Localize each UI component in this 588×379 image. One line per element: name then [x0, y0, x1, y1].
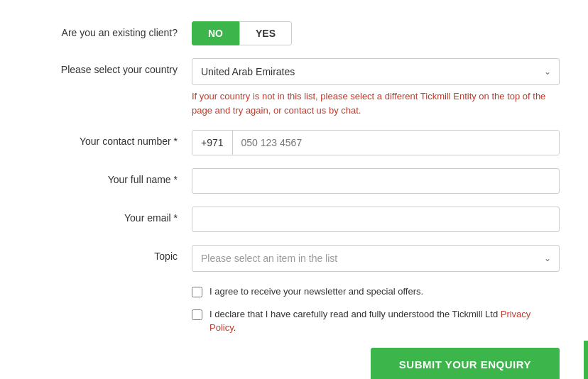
- fullname-input[interactable]: [192, 168, 560, 194]
- contact-number-field: +971: [192, 130, 560, 155]
- fullname-label: Your full name *: [28, 168, 192, 185]
- topic-select-wrapper: Please select an item in the list Genera…: [192, 245, 560, 272]
- newsletter-label: I agree to receive your newsletter and s…: [209, 285, 423, 299]
- email-input[interactable]: [192, 207, 560, 232]
- topic-field: Please select an item in the list Genera…: [192, 245, 560, 272]
- privacy-text-after: .: [234, 322, 236, 333]
- privacy-checkbox[interactable]: [192, 309, 202, 320]
- existing-client-label: Are you an existing client?: [28, 21, 192, 38]
- submit-button[interactable]: SUBMIT YOUR ENQUIRY: [371, 348, 560, 380]
- privacy-text-before: I declare that I have carefully read and…: [209, 309, 501, 319]
- newsletter-checkbox-row: I agree to receive your newsletter and s…: [192, 285, 560, 299]
- existing-client-field: NO YES: [192, 21, 560, 45]
- phone-prefix: +971: [192, 131, 233, 155]
- country-label: Please select your country: [28, 58, 192, 75]
- contact-number-label: Your contact number *: [28, 130, 192, 147]
- country-field: United Arab Emirates United States Unite…: [192, 58, 560, 117]
- existing-client-row: Are you an existing client? NO YES: [28, 21, 560, 45]
- enquiry-form: Are you an existing client? NO YES Pleas…: [0, 14, 588, 379]
- checkbox-section: I agree to receive your newsletter and s…: [192, 285, 560, 335]
- no-button[interactable]: NO: [192, 21, 239, 45]
- country-warning-text: If your country is not in this list, ple…: [192, 89, 560, 117]
- existing-client-toggle: NO YES: [192, 21, 560, 45]
- email-field: [192, 207, 560, 232]
- submit-row: SUBMIT YOUR ENQUIRY: [28, 348, 560, 380]
- country-select[interactable]: United Arab Emirates United States Unite…: [192, 58, 560, 85]
- right-scroll-indicator: [584, 341, 588, 379]
- yes-button[interactable]: YES: [239, 21, 292, 45]
- phone-input-group: +971: [192, 130, 560, 155]
- newsletter-checkbox[interactable]: [192, 287, 202, 297]
- phone-input[interactable]: [233, 131, 559, 155]
- topic-select[interactable]: Please select an item in the list Genera…: [192, 245, 560, 272]
- country-row: Please select your country United Arab E…: [28, 58, 560, 117]
- email-label: Your email *: [28, 207, 192, 224]
- topic-row: Topic Please select an item in the list …: [28, 245, 560, 272]
- country-select-wrapper: United Arab Emirates United States Unite…: [192, 58, 560, 85]
- fullname-field: [192, 168, 560, 194]
- privacy-checkbox-row: I declare that I have carefully read and…: [192, 307, 560, 335]
- fullname-row: Your full name *: [28, 168, 560, 194]
- email-row: Your email *: [28, 207, 560, 232]
- privacy-label: I declare that I have carefully read and…: [209, 307, 560, 335]
- contact-number-row: Your contact number * +971: [28, 130, 560, 155]
- topic-label: Topic: [28, 245, 192, 262]
